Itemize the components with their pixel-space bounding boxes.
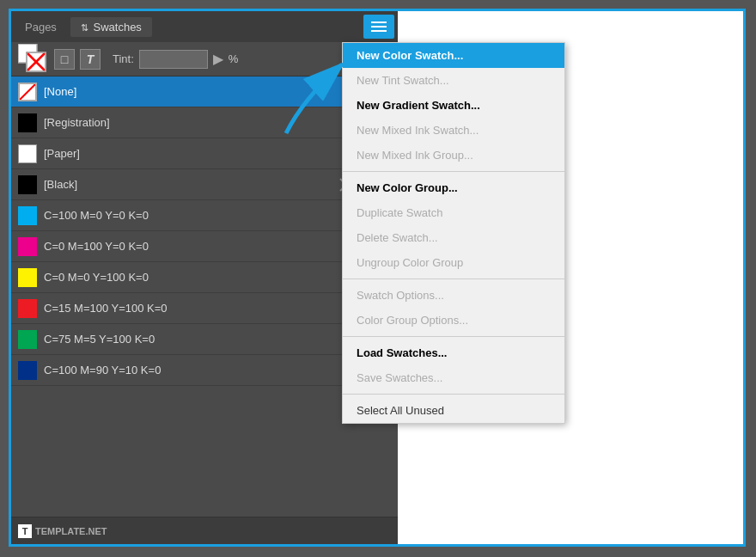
none-swatch-name: [None] <box>44 85 351 98</box>
reg-swatch-name: [Registration] <box>44 116 350 129</box>
menu-item-swatch-options: Swatch Options... <box>343 283 564 308</box>
bottom-bar: T TEMPLATE.NET <box>11 517 398 544</box>
green-swatch-name: C=75 M=5 Y=100 K=0 <box>44 333 355 346</box>
menu-item-new-gradient-swatch[interactable]: New Gradient Swatch... <box>343 93 564 118</box>
tint-label: Tint: <box>113 52 134 65</box>
yellow-swatch-name: C=0 M=0 Y=100 K=0 <box>44 271 355 284</box>
menu-item-duplicate-swatch: Duplicate Swatch <box>343 200 564 225</box>
red-swatch-name: C=15 M=100 Y=100 K=0 <box>44 302 355 315</box>
logo-text: TEMPLATE.NET <box>35 526 107 536</box>
magenta-swatch-name: C=0 M=100 Y=0 K=0 <box>44 240 355 253</box>
menu-item-select-all-unused[interactable]: Select All Unused <box>343 398 564 423</box>
fill-stroke-preview[interactable] <box>18 44 49 75</box>
menu-item-color-group-options: Color Group Options... <box>343 308 564 333</box>
template-logo: T TEMPLATE.NET <box>18 524 107 538</box>
yellow-swatch-color <box>18 268 37 287</box>
percent-label: % <box>229 52 239 65</box>
menu-item-new-color-group[interactable]: New Color Group... <box>343 175 564 200</box>
menu-divider-1 <box>343 171 564 172</box>
swatches-sort-icon: ⇅ <box>81 22 88 33</box>
swatch-list: [None] <box>11 77 398 517</box>
cyan-swatch-name: C=100 M=0 Y=0 K=0 <box>44 209 355 222</box>
swatch-row-yellow[interactable]: C=0 M=0 Y=100 K=0 <box>11 262 398 293</box>
blue-swatch-name: C=100 M=90 Y=10 K=0 <box>44 364 355 376</box>
logo-icon: T <box>18 524 32 538</box>
tab-bar: Pages ⇅ Swatches <box>11 11 398 42</box>
pages-tab-label: Pages <box>25 21 57 34</box>
menu-item-new-color-swatch[interactable]: New Color Swatch... <box>343 43 564 68</box>
menu-item-save-swatches: Save Swatches... <box>343 365 564 390</box>
context-menu: New Color Swatch... New Tint Swatch... N… <box>342 42 565 424</box>
menu-item-delete-swatch: Delete Swatch... <box>343 225 564 250</box>
hamburger-icon <box>371 21 387 32</box>
swatch-row-none[interactable]: [None] <box>11 77 398 107</box>
tab-pages[interactable]: Pages <box>15 17 67 37</box>
none-swatch-color <box>18 83 37 101</box>
swatch-row-green[interactable]: C=75 M=5 Y=100 K=0 <box>11 324 398 355</box>
red-swatch-color <box>18 299 37 318</box>
menu-item-new-mixed-ink-group: New Mixed Ink Group... <box>343 143 564 168</box>
cyan-swatch-color <box>18 206 37 225</box>
format-square-button[interactable]: □ <box>54 49 75 70</box>
format-text-button[interactable]: T <box>80 49 101 70</box>
menu-item-new-tint-swatch: New Tint Swatch... <box>343 68 564 93</box>
menu-divider-2 <box>343 278 564 279</box>
menu-divider-4 <box>343 394 564 395</box>
svg-rect-9 <box>18 113 37 132</box>
swatch-row-registration[interactable]: [Registration] <box>11 107 398 138</box>
menu-divider-3 <box>343 336 564 337</box>
swatch-row-black[interactable]: [Black] <box>11 169 398 200</box>
tint-arrow-icon[interactable]: ▶ <box>213 51 223 67</box>
tint-input[interactable] <box>139 50 208 69</box>
swatches-tab-label: Swatches <box>94 21 142 34</box>
toolbar-row: □ T Tint: ▶ % <box>11 42 398 77</box>
swatch-row-paper[interactable]: [Paper] <box>11 138 398 169</box>
swatch-row-red[interactable]: C=15 M=100 Y=100 K=0 <box>11 293 398 324</box>
menu-item-ungroup-color-group: Ungroup Color Group <box>343 250 564 275</box>
black-swatch-color <box>18 175 37 194</box>
swatch-row-magenta[interactable]: C=0 M=100 Y=0 K=0 <box>11 231 398 262</box>
menu-item-new-mixed-ink-swatch: New Mixed Ink Swatch... <box>343 118 564 143</box>
swatch-row-cyan[interactable]: C=100 M=0 Y=0 K=0 <box>11 200 398 231</box>
fill-stroke-icon <box>18 44 49 75</box>
menu-item-load-swatches[interactable]: Load Swatches... <box>343 340 564 365</box>
blue-swatch-color <box>18 361 37 380</box>
tab-swatches[interactable]: ⇅ Swatches <box>70 17 152 37</box>
paper-swatch-name: [Paper] <box>44 147 391 160</box>
black-swatch-name: [Black] <box>44 178 334 191</box>
reg-swatch-color <box>18 113 37 132</box>
green-swatch-color <box>18 330 37 349</box>
swatches-panel: Pages ⇅ Swatches <box>11 11 398 544</box>
swatch-row-blue[interactable]: C=100 M=90 Y=10 K=0 <box>11 355 398 386</box>
panel-menu-button[interactable] <box>363 15 394 39</box>
paper-swatch-color <box>18 144 37 163</box>
registration-swatch <box>18 113 37 132</box>
magenta-swatch-color <box>18 237 37 256</box>
